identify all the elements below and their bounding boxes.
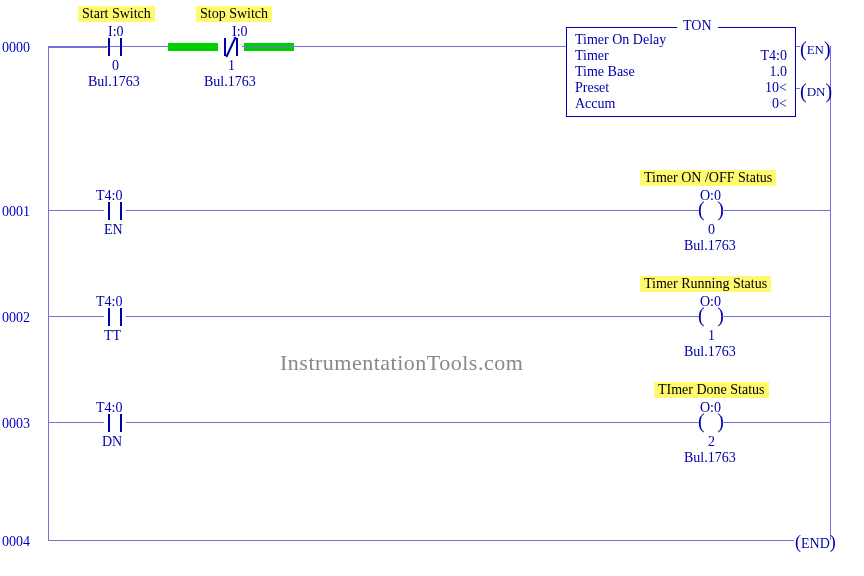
output-coil-icon: (): [700, 414, 722, 432]
rung-wire: [126, 422, 700, 423]
left-rail: [48, 46, 49, 540]
output-label: Timer ON /OFF Status: [640, 170, 776, 186]
rung-number: 0004: [2, 534, 30, 550]
contact-sub: TT: [104, 328, 121, 344]
rung-wire: [722, 210, 830, 211]
stop-bit: 1: [228, 58, 235, 74]
rung-number: 0002: [2, 310, 30, 326]
ton-row-label: Time Base: [575, 64, 635, 80]
contact-no-icon: [104, 308, 126, 326]
rung-wire: [722, 422, 830, 423]
energized-indicator: [168, 43, 218, 51]
ton-title: TON: [677, 18, 718, 34]
rung-wire: [49, 47, 107, 48]
stop-switch-label: Stop Switch: [196, 6, 272, 22]
start-contact-no-icon: [104, 38, 126, 56]
dn-coil: (DN): [800, 80, 832, 103]
ton-line1: Timer On Delay: [575, 32, 787, 48]
start-bul: Bul.1763: [88, 74, 140, 90]
rung-number: 0003: [2, 416, 30, 432]
contact-no-icon: [104, 414, 126, 432]
output-bit: 0: [708, 222, 715, 238]
contact-sub: EN: [104, 222, 123, 238]
energized-indicator: [244, 43, 294, 51]
output-bul: Bul.1763: [684, 344, 736, 360]
stop-contact-nc-icon: [220, 38, 242, 56]
output-coil-icon: (): [700, 308, 722, 326]
output-label: TImer Done Status: [654, 382, 769, 398]
start-bit: 0: [112, 58, 119, 74]
ton-row-val: 0<: [772, 96, 787, 112]
output-bul: Bul.1763: [684, 450, 736, 466]
ton-row-val: T4:0: [761, 48, 787, 64]
ton-row-val: 10<: [765, 80, 787, 96]
contact-no-icon: [104, 202, 126, 220]
start-switch-label: Start Switch: [78, 6, 155, 22]
ton-row-label: Accum: [575, 96, 615, 112]
ton-row-label: Timer: [575, 48, 609, 64]
rung-wire: [126, 316, 700, 317]
rung-wire: [722, 316, 830, 317]
ton-row-label: Preset: [575, 80, 609, 96]
stop-bul: Bul.1763: [204, 74, 256, 90]
rung-wire: [48, 210, 104, 211]
output-bul: Bul.1763: [684, 238, 736, 254]
rung-wire: [126, 210, 700, 211]
watermark-text: InstrumentationTools.com: [280, 350, 523, 376]
rung-number: 0001: [2, 204, 30, 220]
output-label: Timer Running Status: [640, 276, 771, 292]
rung-wire: [242, 46, 566, 47]
output-bit: 2: [708, 434, 715, 450]
end-instruction: (END): [795, 532, 836, 553]
right-rail: [830, 46, 831, 540]
en-coil: (EN): [800, 38, 831, 61]
ton-instruction-block: TON Timer On Delay TimerT4:0 Time Base1.…: [566, 27, 796, 117]
output-bit: 1: [708, 328, 715, 344]
ton-row-val: 1.0: [770, 64, 788, 80]
rung-wire: [48, 422, 104, 423]
rung-number: 0000: [2, 40, 30, 56]
contact-sub: DN: [102, 434, 122, 450]
output-coil-icon: (): [700, 202, 722, 220]
rung-wire: [48, 540, 794, 541]
rung-wire: [48, 316, 104, 317]
